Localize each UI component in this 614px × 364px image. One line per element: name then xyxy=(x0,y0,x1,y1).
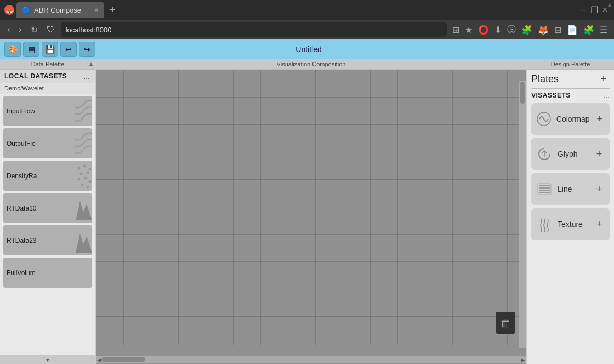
colormap-item[interactable]: Colormap + xyxy=(531,103,610,135)
viz-scrollbar-horizontal[interactable]: ◀ ▶ xyxy=(96,356,526,363)
line-icon xyxy=(536,180,553,198)
pocket-icon[interactable]: ⭕ xyxy=(478,25,489,35)
local-datasets-more-button[interactable]: ... xyxy=(82,72,91,81)
tab-bar: 🔵 ABR Compose × + – ❐ × xyxy=(0,0,614,20)
viz-scrollbar-h-thumb[interactable] xyxy=(101,357,145,362)
redo-button[interactable]: ↪ xyxy=(79,42,95,57)
plates-add-button[interactable]: + xyxy=(598,73,610,85)
scroll-up-arrow[interactable]: ▲ xyxy=(88,60,94,68)
design-scroll-up[interactable]: ▲ xyxy=(606,1,613,9)
save-button[interactable]: 💾 xyxy=(42,42,58,57)
trash-button[interactable]: 🗑 xyxy=(496,312,515,334)
texture-icon xyxy=(536,215,553,233)
minimize-button[interactable]: – xyxy=(581,5,586,15)
refresh-button[interactable]: ↻ xyxy=(28,24,41,36)
viz-scrollbar-thumb[interactable] xyxy=(520,82,525,104)
data-palette-title: Data Palette xyxy=(31,61,65,67)
colormap-icon xyxy=(536,110,552,128)
data-palette: Data Palette ▲ Local Datasets ... Demo/W… xyxy=(0,59,96,364)
nav-bar: ‹ › ↻ 🛡 localhost:8000 ⊞ ★ ⭕ ⬇ Ⓢ 🧩 🦊 ⊟ 📄… xyxy=(0,20,614,39)
texture-label: Texture xyxy=(558,220,589,229)
list-item[interactable]: FullVolum xyxy=(3,258,92,288)
tab-title: ABR Compose xyxy=(34,6,91,14)
menu-button[interactable]: ☰ xyxy=(600,25,607,35)
app-toolbar: 🎨 ▦ 💾 ↩ ↪ xyxy=(4,42,95,57)
texture-item[interactable]: Texture + xyxy=(531,208,610,240)
extension-icon[interactable]: 🧩 xyxy=(521,25,532,35)
browser-tab[interactable]: 🔵 ABR Compose × xyxy=(16,2,104,18)
glyph-add-button[interactable]: + xyxy=(593,148,605,160)
redo-icon: ↪ xyxy=(84,45,90,54)
line-label: Line xyxy=(558,185,589,194)
synced-tabs-icon[interactable]: ⊟ xyxy=(554,25,561,35)
svg-point-3 xyxy=(80,173,83,175)
viz-scrollbar-vertical[interactable] xyxy=(519,81,526,348)
svg-rect-11 xyxy=(538,184,551,195)
visassets-more-button[interactable]: ... xyxy=(603,91,610,100)
local-datasets-title: Local Datasets xyxy=(4,72,82,80)
local-datasets-header: Local Datasets ... xyxy=(0,70,95,83)
svg-point-5 xyxy=(78,178,81,181)
tab-close-button[interactable]: × xyxy=(94,5,99,14)
svg-point-6 xyxy=(84,177,87,180)
viz-composition: Visualization Composition 🗑 ◀ ▶ xyxy=(96,59,526,364)
browser-chrome: 🔵 ABR Compose × + – ❐ × ‹ › ↻ 🛡 localhos… xyxy=(0,0,614,39)
dataset-path: Demo/Wavelet xyxy=(0,83,95,94)
viz-grid[interactable]: 🗑 xyxy=(96,70,526,345)
design-palette-header: Design Palette ▲ xyxy=(527,59,614,70)
scroll-right-arrow[interactable]: ▶ xyxy=(521,357,525,363)
firefox-account-icon[interactable]: 🦊 xyxy=(538,25,549,35)
texture-add-button[interactable]: + xyxy=(593,218,605,230)
maximize-button[interactable]: ❐ xyxy=(590,5,598,15)
window-controls: – ❐ × xyxy=(581,5,610,15)
mountain-icon xyxy=(76,193,92,223)
layers-button[interactable]: ▦ xyxy=(23,42,39,57)
palette-button[interactable]: 🎨 xyxy=(4,42,21,57)
line-add-button[interactable]: + xyxy=(593,183,605,195)
app-body: Data Palette ▲ Local Datasets ... Demo/W… xyxy=(0,59,614,364)
firefox-icon xyxy=(4,5,14,15)
scroll-left-arrow[interactable]: ◀ xyxy=(97,357,101,363)
star-icon[interactable]: ★ xyxy=(465,25,473,35)
data-item-label: RTData10 xyxy=(7,204,36,212)
list-item[interactable]: RTData10 xyxy=(3,193,92,223)
viz-composition-title: Visualization Composition xyxy=(277,61,346,67)
address-bar[interactable]: localhost:8000 xyxy=(61,22,447,37)
svg-point-0 xyxy=(78,167,81,170)
undo-button[interactable]: ↩ xyxy=(60,42,77,57)
list-item[interactable]: OutputFlo xyxy=(3,128,92,158)
grid-icon[interactable]: ⊞ xyxy=(452,25,459,35)
svg-point-9 xyxy=(87,186,89,189)
list-item[interactable]: RTData23 xyxy=(3,225,92,255)
forward-button[interactable]: › xyxy=(16,24,24,36)
dots-icon xyxy=(76,163,92,191)
colormap-add-button[interactable]: + xyxy=(594,113,605,125)
nav-icons: ⊞ ★ ⭕ ⬇ Ⓢ 🧩 🦊 ⊟ 📄 🧩 ☰ xyxy=(450,24,610,36)
back-button[interactable]: ‹ xyxy=(4,24,13,36)
extensions-button[interactable]: 🧩 xyxy=(583,25,594,35)
download-icon[interactable]: ⬇ xyxy=(494,25,502,35)
shield-icon: 🛡 xyxy=(44,24,58,36)
line-item[interactable]: Line + xyxy=(531,173,610,205)
viz-composition-header: Visualization Composition xyxy=(96,59,526,70)
layers-icon: ▦ xyxy=(28,45,35,54)
design-palette: Design Palette ▲ Plates + VisAssets ... xyxy=(526,59,614,364)
wave-icon xyxy=(75,96,92,126)
list-item[interactable]: InputFlow xyxy=(3,96,92,126)
scroll-down-button[interactable]: ▼ xyxy=(0,355,95,364)
reader-view-icon[interactable]: 📄 xyxy=(567,25,578,35)
save-icon: 💾 xyxy=(46,45,55,54)
wave-icon xyxy=(75,128,92,158)
address-text: localhost:8000 xyxy=(66,26,112,34)
undo-icon: ↩ xyxy=(65,45,72,54)
visassets-section: VisAssets ... Colormap + xyxy=(527,89,614,246)
account-icon[interactable]: Ⓢ xyxy=(507,24,516,36)
new-tab-button[interactable]: + xyxy=(106,4,119,16)
mountain-icon xyxy=(76,225,92,255)
glyph-label: Glyph xyxy=(558,150,589,158)
colormap-label: Colormap xyxy=(556,115,590,123)
app-header: 🎨 ▦ 💾 ↩ ↪ Untitled xyxy=(0,39,614,59)
list-item[interactable]: DensityRa xyxy=(3,161,92,191)
glyph-item[interactable]: Glyph + xyxy=(531,138,610,170)
app-title: Untitled xyxy=(295,45,321,54)
